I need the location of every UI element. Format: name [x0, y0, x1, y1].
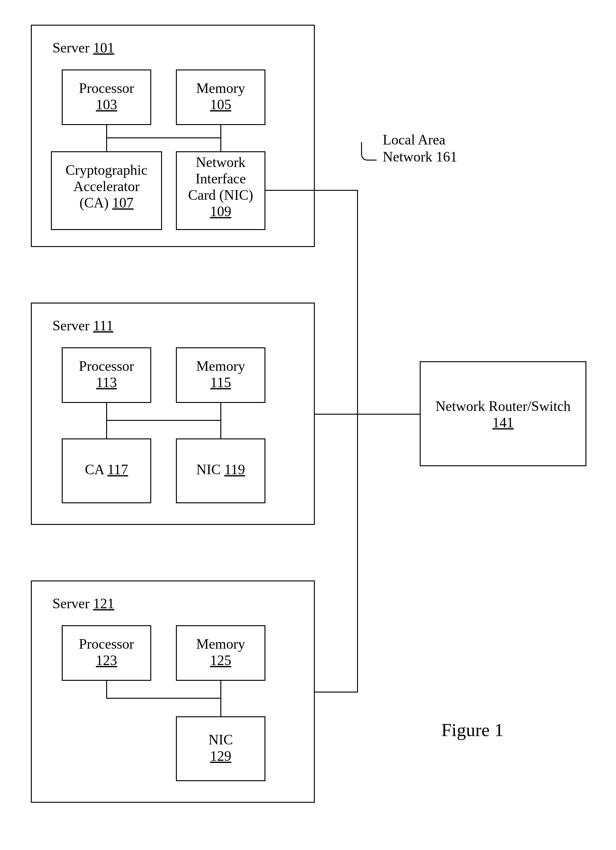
server-111-memory-label: Memory 115	[176, 358, 265, 391]
bus-line	[106, 403, 107, 420]
server-121-mem-num: 125	[210, 652, 232, 668]
server-101-ca-l3p: (CA)	[79, 195, 112, 211]
server-121-nic-label: NIC 129	[176, 732, 265, 765]
bus-line	[220, 125, 221, 138]
figure-caption: Figure 1	[441, 720, 504, 741]
lan-link-111	[315, 414, 358, 415]
server-121-title-num: 121	[93, 596, 115, 611]
server-101-proc-text: Processor	[79, 80, 134, 96]
lan-link-101	[265, 190, 358, 191]
server-121-proc-num: 123	[96, 652, 117, 668]
bus-line	[106, 138, 221, 138]
diagram-canvas: Server 101 Processor 103 Memory 105 Cryp…	[0, 0, 616, 850]
lan-label: Local Area Network 161	[383, 131, 457, 165]
server-111-title-num: 111	[93, 318, 114, 334]
server-101-nic-l3: Card (NIC)	[188, 187, 253, 203]
server-111-nic-num: 119	[224, 462, 245, 477]
server-111-ca-num: 117	[108, 462, 128, 477]
router-label: Network Router/Switch 141	[420, 398, 586, 431]
server-121-nic-num: 129	[210, 748, 232, 764]
server-121-nic-text: NIC	[208, 732, 233, 747]
lan-leader-icon	[361, 142, 377, 160]
server-111-title-prefix: Server	[52, 318, 93, 334]
server-121-proc-text: Processor	[79, 636, 134, 652]
lan-trunk	[357, 190, 358, 693]
bus-line	[220, 138, 221, 151]
server-121-title: Server 121	[52, 596, 115, 612]
lan-line1: Local Area	[383, 132, 446, 148]
server-101-processor-label: Processor 103	[62, 80, 151, 113]
server-101-title-prefix: Server	[52, 40, 93, 55]
server-101-nic-num: 109	[210, 204, 232, 219]
server-111-mem-num: 115	[210, 374, 231, 390]
server-101-nic-l1: Network	[196, 154, 246, 170]
bus-line	[220, 681, 221, 698]
server-111-proc-text: Processor	[79, 358, 134, 374]
server-121-title-prefix: Server	[52, 596, 93, 611]
server-101-ca-num: 107	[112, 195, 134, 211]
server-121-processor-label: Processor 123	[62, 636, 151, 669]
server-101-mem-num: 105	[210, 97, 232, 112]
server-101-title: Server 101	[52, 40, 115, 56]
router-line1: Network Router/Switch	[435, 398, 571, 414]
server-111-title: Server 111	[52, 318, 113, 334]
server-111-nic-label: NIC 119	[176, 462, 265, 478]
server-101-nic-label: Network Interface Card (NIC) 109	[176, 154, 265, 220]
server-111-mem-text: Memory	[196, 358, 245, 374]
server-111-nic-prefix: NIC	[196, 462, 224, 477]
bus-line	[220, 698, 221, 716]
server-111-proc-num: 113	[96, 374, 117, 390]
server-121-memory-label: Memory 125	[176, 636, 265, 669]
lan-link-121	[315, 691, 358, 693]
server-101-ca-label: Cryptographic Accelerator (CA) 107	[51, 162, 162, 211]
server-111-ca-prefix: CA	[85, 462, 108, 477]
server-101-title-num: 101	[93, 40, 115, 55]
router-num: 141	[493, 415, 514, 430]
server-111-processor-label: Processor 113	[62, 358, 151, 391]
bus-line	[106, 420, 221, 421]
server-101-mem-text: Memory	[196, 80, 245, 96]
server-121-mem-text: Memory	[196, 636, 245, 652]
bus-line	[106, 681, 107, 698]
bus-line	[106, 698, 221, 699]
bus-line	[106, 138, 107, 151]
bus-line	[106, 125, 107, 138]
server-101-memory-label: Memory 105	[176, 80, 265, 113]
lan-to-router	[358, 414, 420, 415]
server-101-proc-num: 103	[96, 97, 117, 112]
bus-line	[220, 403, 221, 420]
server-101-ca-l2: Accelerator	[73, 178, 140, 194]
server-101-ca-l1: Cryptographic	[66, 162, 148, 178]
bus-line	[220, 420, 221, 438]
server-111-ca-label: CA 117	[62, 462, 151, 478]
bus-line	[106, 420, 107, 438]
server-101-nic-l2: Interface	[195, 171, 246, 187]
server-121-container	[31, 581, 315, 803]
lan-line2: Network 161	[383, 149, 457, 165]
